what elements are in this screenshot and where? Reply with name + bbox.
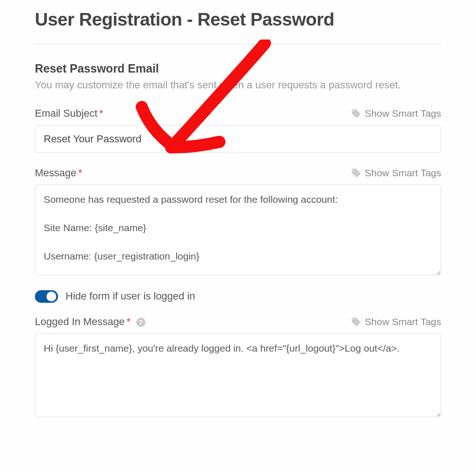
page-title: User Registration - Reset Password bbox=[35, 9, 441, 30]
email-subject-label: Email Subject* bbox=[35, 107, 103, 120]
smart-tags-label: Show Smart Tags bbox=[365, 108, 441, 119]
email-subject-row: Email Subject* Show Smart Tags bbox=[35, 107, 441, 120]
required-indicator: * bbox=[78, 167, 82, 179]
hide-form-toggle-label: Hide form if user is logged in bbox=[66, 290, 195, 302]
message-smart-tags[interactable]: Show Smart Tags bbox=[351, 167, 441, 179]
required-indicator: * bbox=[99, 107, 104, 119]
hide-form-toggle-row: Hide form if user is logged in bbox=[35, 290, 441, 303]
section-description: You may customize the email that's sent … bbox=[35, 78, 441, 93]
hide-form-toggle[interactable] bbox=[35, 290, 58, 303]
message-label: Message* bbox=[35, 167, 82, 179]
toggle-knob bbox=[46, 292, 56, 301]
email-subject-label-text: Email Subject bbox=[35, 107, 98, 119]
message-label-text: Message bbox=[35, 167, 76, 179]
tag-icon bbox=[351, 108, 361, 119]
smart-tags-label: Show Smart Tags bbox=[365, 316, 441, 327]
tag-icon bbox=[351, 168, 361, 178]
message-row: Message* Show Smart Tags bbox=[35, 167, 441, 179]
message-textarea[interactable] bbox=[35, 185, 441, 275]
email-subject-smart-tags[interactable]: Show Smart Tags bbox=[351, 108, 441, 119]
help-icon[interactable]: ? bbox=[136, 318, 145, 327]
logged-in-message-textarea[interactable] bbox=[35, 333, 441, 417]
logged-in-message-label-text: Logged In Message bbox=[35, 316, 125, 327]
logged-in-message-row: Logged In Message* ? Show Smart Tags bbox=[35, 316, 441, 328]
required-indicator: * bbox=[126, 316, 131, 327]
smart-tags-label: Show Smart Tags bbox=[365, 167, 441, 179]
logged-in-message-label: Logged In Message* ? bbox=[35, 316, 145, 328]
email-subject-input[interactable] bbox=[35, 125, 441, 153]
logged-in-smart-tags[interactable]: Show Smart Tags bbox=[351, 316, 441, 327]
section-title: Reset Password Email bbox=[35, 62, 441, 75]
tag-icon bbox=[351, 317, 361, 327]
divider bbox=[35, 44, 441, 44]
